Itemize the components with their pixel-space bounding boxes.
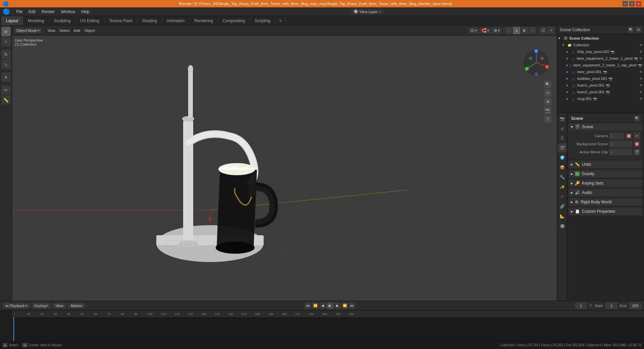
- add-workspace-tab[interactable]: +: [275, 16, 285, 25]
- outliner-obj-4[interactable]: ▸ △ bubbles_pivot.001 📷 👁: [557, 75, 644, 82]
- object-mode-dropdown[interactable]: Object Mode ▾: [14, 28, 42, 33]
- camera-icon[interactable]: 📷: [603, 70, 607, 74]
- proportional-edit[interactable]: ⊚ ▾: [492, 28, 502, 34]
- keying-sets-header[interactable]: ▸ 🔑 Keying Sets: [569, 180, 642, 187]
- next-keyframe[interactable]: ⏩: [341, 302, 348, 309]
- movie-clip-value[interactable]: ▪: [609, 149, 632, 155]
- eye-icon[interactable]: 👁: [639, 43, 643, 47]
- outliner-obj-5[interactable]: ▸ △ foam1_pivot.001 📷 👁: [557, 82, 644, 89]
- solid-mode[interactable]: ●: [513, 27, 520, 34]
- units-header[interactable]: ▸ 📏 Units: [569, 161, 642, 168]
- outliner-obj-1[interactable]: ▸ △ beer_equipment_2_tower_1_pivot 📷 👁: [557, 55, 644, 62]
- end-frame-input[interactable]: 250: [629, 302, 641, 309]
- material-props-icon[interactable]: ⬤: [557, 221, 567, 231]
- gizmo-toggle[interactable]: ⌖: [547, 27, 555, 34]
- bg-scene-select[interactable]: 🎯: [634, 141, 640, 147]
- outliner-obj-3[interactable]: ▸ △ beer_pivot.001 📷 👁: [557, 68, 644, 75]
- camera-icon[interactable]: 📷: [606, 84, 610, 87]
- camera-value[interactable]: ▪: [609, 133, 624, 139]
- outliner-obj-7[interactable]: ▸ △ mug.001 📷 👁: [557, 95, 644, 102]
- tab-animation[interactable]: Animation: [162, 16, 190, 25]
- outliner-filter[interactable]: 🔍: [628, 27, 634, 33]
- output-props-icon[interactable]: 🖨: [557, 124, 567, 133]
- tab-layout[interactable]: Layout: [1, 16, 23, 25]
- modifier-props-icon[interactable]: 🔧: [557, 172, 567, 182]
- viewport-camera[interactable]: 📷: [544, 107, 551, 114]
- menu-help[interactable]: Help: [78, 9, 92, 15]
- rotate-tool[interactable]: ↻: [1, 50, 11, 59]
- menu-render[interactable]: Render: [39, 9, 57, 15]
- wireframe-mode[interactable]: ⬚: [505, 27, 512, 34]
- object-menu[interactable]: Object: [83, 28, 96, 33]
- window-controls[interactable]: ─ □ ×: [623, 1, 641, 6]
- camera-icon[interactable]: 📷: [634, 57, 638, 60]
- scene-section-header[interactable]: ▾ 🎬 Scene: [569, 123, 642, 131]
- tab-uv-editing[interactable]: UV Editing: [75, 16, 104, 25]
- outliner-collection[interactable]: ▾ 📁 Collection 👁: [557, 42, 644, 48]
- outliner-obj-0[interactable]: ▸ △ Drip_tray_pivot.002 📷 👁: [557, 48, 644, 55]
- outliner-new[interactable]: ⚙: [635, 27, 641, 33]
- camera-icon[interactable]: 📷: [608, 77, 612, 81]
- camera-icon[interactable]: 📷: [606, 90, 610, 94]
- step-back[interactable]: ◀: [319, 302, 326, 309]
- rendered-mode[interactable]: ○: [529, 27, 536, 34]
- timeline-view[interactable]: View: [53, 303, 66, 308]
- maximize-button[interactable]: □: [629, 1, 635, 6]
- start-frame-input[interactable]: 1: [605, 302, 618, 309]
- tab-sculpting[interactable]: Sculpting: [49, 16, 75, 25]
- overlay-toggle[interactable]: ⊡: [539, 27, 547, 34]
- timeline-content[interactable]: 1 10 20 30 40 50 60 70 80 90 100 110 120…: [0, 310, 644, 341]
- current-frame-input[interactable]: 1: [575, 302, 587, 309]
- outliner-obj-6[interactable]: ▸ △ foam2_pivot.001 📷 👁: [557, 89, 644, 95]
- constraints-props-icon[interactable]: 🔗: [557, 202, 567, 211]
- movie-clip-icon[interactable]: 🎬: [634, 149, 640, 155]
- object-props-icon[interactable]: 📦: [557, 163, 567, 172]
- camera-select[interactable]: 🎯: [626, 133, 632, 139]
- timeline-keying[interactable]: Keying ▾: [32, 303, 51, 308]
- playhead[interactable]: [13, 317, 14, 341]
- menu-edit[interactable]: Edit: [26, 9, 38, 15]
- eye-icon[interactable]: 👁: [639, 84, 643, 87]
- outliner-scene-root[interactable]: ▾ 🎬 Scene Collection: [557, 35, 644, 42]
- eye-icon[interactable]: 👁: [639, 57, 643, 60]
- cursor-tool[interactable]: ⊕: [1, 27, 11, 36]
- eye-icon[interactable]: 👁: [639, 90, 643, 94]
- timeline-playback[interactable]: ⏯ Playback ▾: [3, 303, 30, 308]
- viewport-zoom-in[interactable]: 🔍: [544, 81, 551, 88]
- viewport-help[interactable]: ?: [544, 115, 551, 123]
- object-data-props-icon[interactable]: 📐: [557, 211, 567, 221]
- snap-dropdown[interactable]: 🧲 ▾: [479, 28, 491, 34]
- jump-start[interactable]: ⏮: [305, 302, 311, 309]
- material-mode[interactable]: ◐: [521, 27, 528, 34]
- scene-props-icon[interactable]: 🎬: [557, 143, 567, 153]
- eye-icon[interactable]: 👁: [639, 70, 643, 74]
- rigid-body-header[interactable]: ▸ ⚙ Rigid Body World: [569, 198, 642, 206]
- annotate-tool[interactable]: ✏: [1, 85, 11, 95]
- audio-header[interactable]: ▸ 🔊 Audio: [569, 189, 642, 196]
- menu-window[interactable]: Window: [58, 9, 78, 15]
- custom-props-header[interactable]: ▸ 📋 Custom Properties: [569, 208, 642, 215]
- camera-icon[interactable]: 📷: [610, 50, 614, 54]
- add-menu[interactable]: Add: [72, 28, 82, 33]
- view-layer-props-icon[interactable]: ☰: [557, 134, 567, 143]
- move-tool[interactable]: ⊹: [1, 37, 11, 46]
- physics-props-icon[interactable]: ⚛: [557, 192, 567, 201]
- tab-compositing[interactable]: Compositing: [218, 16, 250, 25]
- transform-tool[interactable]: ✦: [1, 72, 11, 82]
- measure-tool[interactable]: 📏: [1, 95, 11, 105]
- jump-end[interactable]: ⏭: [349, 302, 356, 309]
- pivot-dropdown[interactable]: ⊙ ▾: [469, 28, 479, 34]
- close-button[interactable]: ×: [636, 1, 641, 6]
- outliner-obj-2[interactable]: ▸ △ beer_equipment_2_tower_1_tap_pivot 📷…: [557, 62, 644, 68]
- gravity-header[interactable]: ▸ ✓ Gravity: [569, 170, 642, 178]
- step-forward[interactable]: ▶: [334, 302, 341, 309]
- props-filter[interactable]: 🔍: [634, 115, 640, 121]
- scale-tool[interactable]: ⤡: [1, 60, 11, 69]
- tab-shading[interactable]: Shading: [138, 16, 162, 25]
- select-menu[interactable]: Select: [58, 28, 71, 33]
- camera-icon[interactable]: 📷: [638, 63, 642, 67]
- eye-icon[interactable]: 👁: [639, 97, 643, 101]
- viewport-3d[interactable]: User Perspective (1) Collection Z X: [12, 36, 557, 301]
- world-props-icon[interactable]: 🌍: [557, 153, 567, 162]
- tab-scripting[interactable]: Scripting: [250, 16, 275, 25]
